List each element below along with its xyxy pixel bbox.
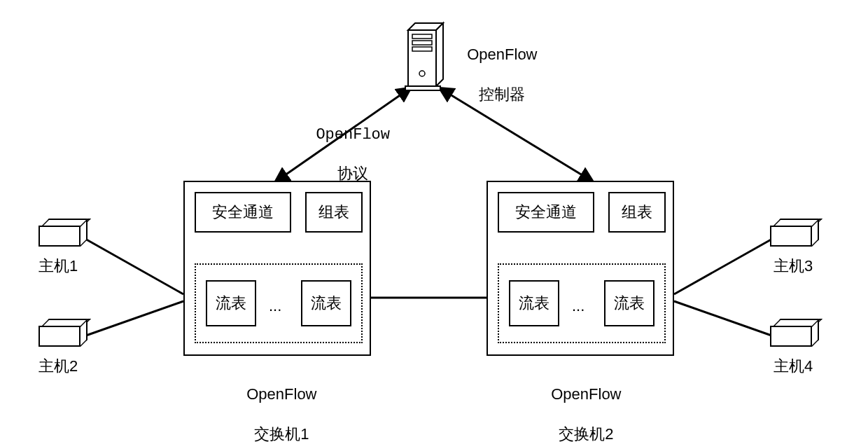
switch1-caption: OpenFlow 交换机1	[238, 364, 317, 442]
openflow-switch-1: 安全通道 组表 流表 ... 流表	[183, 181, 371, 356]
switch2-secure-channel: 安全通道	[498, 192, 594, 233]
host-2-label: 主机2	[38, 356, 78, 377]
switch2-flow-ellipsis: ...	[572, 297, 584, 315]
svg-line-3	[84, 238, 183, 294]
openflow-switch-2: 安全通道 组表 流表 ... 流表	[486, 181, 674, 356]
switch1-flow-ellipsis: ...	[269, 297, 281, 315]
switch1-secure-channel: 安全通道	[195, 192, 291, 233]
host-3-icon	[770, 219, 819, 247]
host-4-label: 主机4	[774, 356, 813, 377]
controller-server-icon	[402, 18, 451, 97]
svg-line-6	[674, 301, 774, 336]
host-2-icon	[38, 319, 88, 347]
controller-title-2: 控制器	[479, 85, 525, 103]
switch2-flow-table-b: 流表	[604, 280, 654, 326]
switch2-group-table: 组表	[608, 192, 666, 233]
svg-line-5	[674, 238, 774, 294]
switch1-flow-table-a: 流表	[206, 280, 256, 326]
host-4-icon	[770, 319, 819, 347]
svg-marker-9	[436, 23, 443, 86]
controller-title-1: OpenFlow	[467, 46, 537, 63]
protocol-label: OpenFlow 协议	[298, 105, 390, 185]
host-3-label: 主机3	[774, 256, 813, 277]
controller-label: OpenFlow 控制器	[458, 25, 538, 104]
svg-rect-14	[405, 86, 440, 90]
switch1-flow-tables-group: 流表 ... 流表	[195, 263, 363, 343]
switch2-flow-table-a: 流表	[509, 280, 559, 326]
protocol-line1: OpenFlow	[316, 126, 390, 144]
switch2-caption: OpenFlow 交换机2	[542, 364, 622, 442]
switch1-group-table: 组表	[305, 192, 363, 233]
switch2-flow-tables-group: 流表 ... 流表	[498, 263, 666, 343]
svg-line-4	[84, 301, 183, 336]
switch1-flow-table-b: 流表	[301, 280, 351, 326]
host-1-icon	[38, 219, 88, 247]
host-1-label: 主机1	[38, 256, 78, 277]
